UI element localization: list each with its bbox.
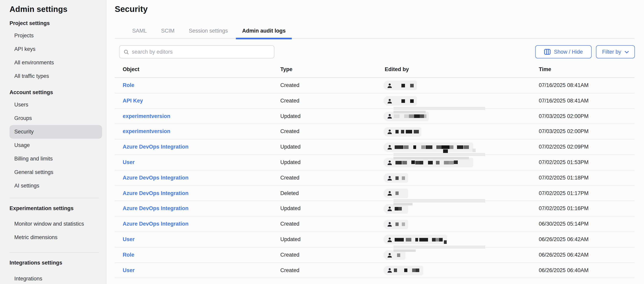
person-icon — [387, 221, 393, 227]
type-cell: Deleted — [280, 186, 299, 201]
table-row: UserCreated06/26/2025 06:40AM — [115, 263, 634, 278]
object-link[interactable]: experimentversion — [123, 109, 170, 124]
filter-by-label: Filter by — [602, 49, 621, 55]
type-cell: Updated — [280, 232, 300, 248]
redacted-name-block — [395, 207, 398, 211]
redacted-name-block — [395, 146, 404, 149]
redaction-streak-small — [394, 110, 426, 113]
redacted-name-block — [396, 176, 399, 180]
tab-saml[interactable]: SAML — [126, 24, 153, 38]
sidebar-item-users[interactable]: Users — [10, 98, 102, 112]
person-icon — [387, 268, 393, 274]
object-link[interactable]: experimentversion — [123, 124, 170, 140]
sidebar-item-projects[interactable]: Projects — [10, 29, 102, 42]
sidebar: Admin settings Project settingsProjectsA… — [0, 0, 106, 284]
type-cell: Updated — [280, 140, 300, 155]
object-link[interactable]: Role — [123, 78, 134, 93]
redaction-streak — [394, 153, 485, 156]
sidebar-item-general-settings[interactable]: General settings — [10, 166, 102, 179]
redacted-name-block — [436, 146, 442, 149]
tab-bar: SAMLSCIMSession settingsAdmin audit logs — [115, 25, 634, 38]
tab-admin-audit-logs[interactable]: Admin audit logs — [236, 24, 292, 38]
table-row: API KeyCreated07/16/2025 08:41AM — [115, 93, 634, 109]
redacted-name-block — [450, 146, 454, 149]
redacted-name-block — [394, 269, 397, 272]
tab-session-settings[interactable]: Session settings — [182, 24, 234, 38]
redaction-streak — [394, 199, 485, 202]
person-icon — [387, 129, 393, 135]
redacted-name-block — [402, 84, 405, 88]
redacted-name-block — [402, 222, 405, 226]
redacted-name-block — [413, 146, 416, 149]
object-link[interactable]: Azure DevOps Integration — [123, 170, 188, 186]
chevron-down-icon — [624, 50, 629, 54]
time-cell: 07/03/2025 02:00PM — [539, 124, 588, 140]
time-cell: 06/30/2025 05:14PM — [539, 216, 588, 232]
person-icon — [387, 114, 393, 119]
type-cell: Created — [280, 78, 299, 93]
object-link[interactable]: Azure DevOps Integration — [123, 201, 188, 217]
sidebar-item-security[interactable]: Security — [10, 125, 102, 138]
person-icon — [387, 252, 393, 258]
table-row: Azure DevOps IntegrationDeleted07/02/202… — [115, 186, 634, 201]
type-cell: Created — [280, 124, 299, 140]
sidebar-divider — [10, 198, 99, 198]
redaction-streak — [394, 107, 485, 110]
sidebar-divider — [10, 252, 99, 252]
time-cell: 06/26/2025 06:40AM — [539, 263, 588, 278]
redacted-name-block — [420, 114, 424, 118]
sidebar-item-usage[interactable]: Usage — [10, 138, 102, 152]
time-cell: 07/16/2025 08:41AM — [539, 93, 588, 109]
sidebar-item-monitor-window-and-statistics[interactable]: Monitor window and statistics — [10, 217, 102, 231]
redacted-name-block — [415, 161, 420, 164]
time-cell: 07/03/2025 02:00PM — [539, 109, 588, 124]
object-link[interactable]: User — [123, 232, 134, 248]
table-row: Azure DevOps IntegrationUpdated07/02/202… — [115, 201, 634, 217]
table-row: RoleCreated07/16/2025 08:41AM — [115, 78, 634, 93]
person-icon — [387, 98, 393, 104]
sidebar-item-all-environments[interactable]: All environments — [10, 56, 102, 70]
redacted-name-block — [402, 161, 407, 164]
object-link[interactable]: Role — [123, 248, 134, 263]
table-row: Azure DevOps IntegrationCreated06/30/202… — [115, 216, 634, 232]
redacted-name-block — [414, 114, 420, 118]
redacted-name-block — [420, 161, 423, 164]
sidebar-item-metric-dimensions[interactable]: Metric dimensions — [10, 231, 102, 244]
person-icon — [387, 144, 393, 150]
show-hide-button[interactable]: Show / Hide — [535, 45, 592, 58]
table-row: UserUpdated06/26/2025 06:42AM — [115, 232, 634, 248]
type-cell: Updated — [280, 109, 300, 124]
object-link[interactable]: API Key — [123, 93, 143, 109]
sidebar-item-billing-and-limits[interactable]: Billing and limits — [10, 152, 102, 166]
redacted-name-block — [439, 238, 443, 242]
type-cell: Created — [280, 170, 299, 186]
time-cell: 06/26/2025 06:42AM — [539, 232, 588, 248]
redacted-name-block — [404, 114, 409, 118]
redacted-name-block — [436, 161, 440, 164]
sidebar-item-ai-settings[interactable]: AI settings — [10, 179, 102, 193]
object-link[interactable]: User — [123, 155, 134, 170]
object-link[interactable]: Azure DevOps Integration — [123, 140, 188, 155]
sidebar-item-api-keys[interactable]: API keys — [10, 42, 102, 56]
object-link[interactable]: Azure DevOps Integration — [123, 216, 188, 232]
redacted-name-block — [396, 130, 399, 134]
person-icon — [387, 82, 393, 88]
show-hide-label: Show / Hide — [554, 49, 583, 55]
tab-scim[interactable]: SCIM — [155, 24, 181, 38]
sidebar-item-all-traffic-types[interactable]: All traffic types — [10, 70, 102, 83]
sidebar-item-groups[interactable]: Groups — [10, 112, 102, 125]
object-link[interactable]: User — [123, 263, 134, 278]
edited-by-pill — [384, 173, 408, 183]
edited-by-pill — [384, 235, 447, 244]
table-row: RoleCreated06/26/2025 06:42AM — [115, 248, 634, 263]
type-cell: Created — [280, 216, 299, 232]
redacted-name-block — [426, 146, 432, 149]
type-cell: Created — [280, 93, 299, 109]
sidebar-item-integrations[interactable]: Integrations — [10, 272, 102, 284]
object-link[interactable]: Azure DevOps Integration — [123, 186, 188, 201]
search-input[interactable] — [132, 49, 270, 55]
edited-by-pill — [384, 127, 421, 137]
filter-by-button[interactable]: Filter by — [596, 45, 635, 58]
redacted-name-block — [402, 176, 405, 180]
table-row: Azure DevOps IntegrationCreated07/02/202… — [115, 170, 634, 186]
